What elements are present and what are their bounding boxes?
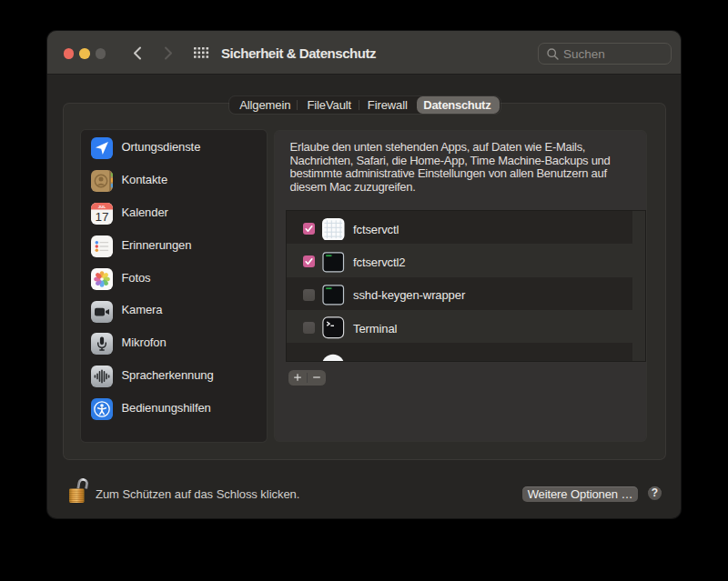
svg-text:JUL: JUL <box>97 205 106 209</box>
svg-text:17: 17 <box>95 209 108 223</box>
